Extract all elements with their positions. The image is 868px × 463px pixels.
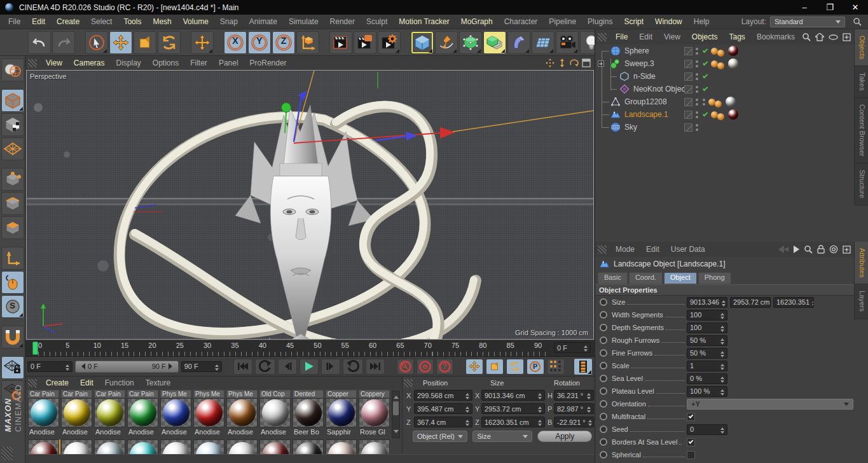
menu-item[interactable]: Render	[324, 17, 361, 26]
tab-content-browser[interactable]: Content Browser	[854, 98, 868, 163]
play-forwards-button[interactable]	[300, 359, 319, 375]
material-scrollbar[interactable]	[392, 390, 400, 438]
menu-item[interactable]: Tools	[118, 17, 147, 26]
keyframe-circle-icon[interactable]	[600, 324, 607, 331]
size-z-field[interactable]: 16230.351 cm	[481, 417, 545, 427]
deformers-button[interactable]	[507, 31, 530, 54]
layer-toggle[interactable]	[684, 47, 692, 55]
scroll-down-icon[interactable]	[394, 430, 399, 436]
menu-item[interactable]: Volume	[177, 17, 214, 26]
keyframe-circle-icon[interactable]	[600, 298, 607, 306]
layer-toggle[interactable]	[684, 111, 692, 119]
scale-input[interactable]: 1	[687, 361, 727, 371]
material-item[interactable]: Coppery Rose Gl	[359, 390, 390, 436]
menu-item[interactable]: Edit	[74, 378, 99, 387]
polygons-mode-button[interactable]	[1, 216, 24, 239]
current-frame-field[interactable]: 0 F	[554, 342, 591, 353]
move-tool[interactable]	[109, 31, 132, 54]
eye-icon[interactable]	[829, 34, 838, 40]
tab-object[interactable]: Object	[664, 272, 697, 284]
lock-z-axis-button[interactable]: Z	[272, 31, 295, 54]
menu-item[interactable]: File	[3, 17, 26, 26]
collapse-expand-icon[interactable]	[598, 60, 604, 67]
render-settings-button[interactable]	[378, 31, 401, 54]
object-row[interactable]: NeoKnot Object	[595, 83, 855, 95]
rotation-b-field[interactable]: -22.921 °	[554, 417, 594, 427]
menu-item[interactable]: Objects	[686, 32, 724, 41]
material-thumbnail[interactable]	[326, 398, 357, 427]
position-keys-toggle[interactable]	[465, 359, 483, 375]
material-thumbnail[interactable]	[160, 398, 191, 427]
menu-item[interactable]: Sculpt	[361, 17, 393, 26]
menu-item[interactable]: Edit	[640, 245, 665, 254]
material-thumbnail[interactable]	[28, 398, 59, 427]
minimize-button[interactable]: –	[792, 0, 817, 15]
rotation-p-field[interactable]: 82.987 °	[554, 403, 594, 414]
panel-drag-handle[interactable]	[404, 379, 413, 387]
points-mode-button[interactable]	[1, 168, 24, 191]
menu-item[interactable]: Mesh	[147, 17, 177, 26]
keyframe-circle-icon[interactable]	[600, 438, 607, 446]
object-row[interactable]: Group12208	[595, 95, 855, 108]
keyframe-circle-icon[interactable]	[600, 362, 607, 370]
menu-item[interactable]: Mode	[610, 245, 640, 254]
enabled-check-icon[interactable]	[703, 73, 708, 78]
layer-toggle[interactable]	[684, 85, 692, 93]
tab-objects[interactable]: Objects	[854, 29, 868, 66]
panel-drag-handle[interactable]	[598, 33, 607, 41]
material-item-partial[interactable]	[326, 439, 357, 454]
width-segments-input[interactable]: 100	[687, 310, 727, 321]
menu-item[interactable]: Display	[110, 59, 146, 67]
texture-tag-icon[interactable]	[726, 97, 736, 107]
spinner-icon[interactable]	[63, 363, 69, 371]
position-x-field[interactable]: 299.568 cm	[414, 390, 472, 401]
lock-y-axis-button[interactable]: Y	[248, 31, 271, 54]
size-x-field[interactable]: 9013.346 cm	[481, 390, 545, 401]
material-item-partial[interactable]	[293, 439, 324, 454]
phong-tag-icon[interactable]	[717, 113, 724, 120]
enabled-check-icon[interactable]	[703, 60, 708, 65]
panel-drag-handle[interactable]	[28, 379, 37, 387]
render-picture-viewer-button[interactable]	[354, 31, 376, 54]
workplane-mode-button[interactable]	[1, 137, 24, 160]
viewport-solo-button[interactable]	[1, 271, 24, 294]
material-item-partial[interactable]	[160, 439, 191, 454]
camera-button[interactable]	[556, 31, 579, 54]
enabled-dots[interactable]	[703, 99, 705, 106]
material-thumbnail[interactable]	[293, 398, 324, 427]
material-thumbnail[interactable]	[193, 398, 224, 427]
menu-item[interactable]: Options	[147, 59, 184, 67]
title-bar[interactable]: CINEMA 4D R20.026 Studio (RC - R20) - [n…	[0, 0, 868, 15]
previous-frame-button[interactable]	[278, 359, 297, 375]
menu-item[interactable]: View	[658, 32, 686, 41]
visibility-dots[interactable]	[696, 86, 698, 93]
tab-attributes[interactable]: Attributes	[854, 242, 868, 284]
material-item[interactable]: Dented Beer Bo	[293, 390, 324, 436]
sea-level-input[interactable]: 0 %	[687, 373, 727, 384]
menu-item[interactable]: Character	[499, 17, 544, 26]
object-row[interactable]: Sky	[595, 121, 855, 134]
seed-input[interactable]: 0	[687, 424, 727, 435]
menu-item[interactable]: Texture	[140, 378, 176, 387]
layer-toggle[interactable]	[684, 73, 692, 81]
menu-item[interactable]: MoGraph	[455, 17, 499, 26]
menu-item[interactable]: Function	[99, 378, 140, 387]
keyframe-circle-icon[interactable]	[600, 336, 607, 344]
menu-item[interactable]: Select	[85, 17, 118, 26]
menu-item[interactable]: Pipeline	[543, 17, 582, 26]
viewport-canvas[interactable]: Perspective Grid Spacing : 1000 cm	[26, 70, 594, 340]
material-item[interactable]: Copper Sapphir	[326, 390, 357, 436]
maximize-icon[interactable]	[582, 59, 591, 67]
visibility-dots[interactable]	[696, 60, 698, 67]
visibility-dots[interactable]	[696, 99, 698, 106]
visibility-dots[interactable]	[696, 124, 698, 131]
material-item-partial[interactable]	[28, 439, 59, 454]
add-panel-icon[interactable]	[843, 245, 851, 254]
search-icon[interactable]	[802, 32, 811, 41]
locked-workplane-button[interactable]	[1, 356, 24, 379]
keyframe-circle-icon[interactable]	[600, 400, 607, 408]
spinner-icon[interactable]	[212, 363, 219, 371]
position-y-field[interactable]: 395.487 cm	[414, 403, 472, 414]
keyframe-selection-button[interactable]: ?	[436, 359, 453, 375]
redo-button[interactable]	[52, 31, 75, 54]
